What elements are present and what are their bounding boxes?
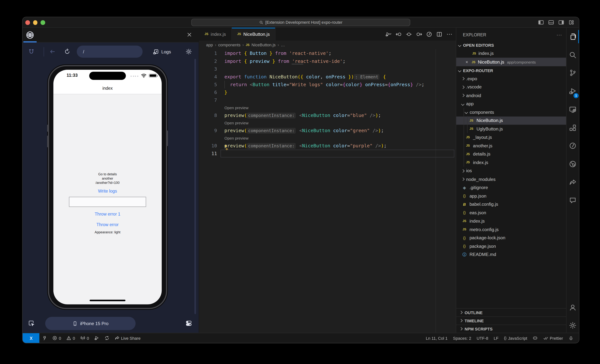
breadcrumb-item[interactable]: NiceButton.js: [252, 42, 276, 47]
tree-item-app-json[interactable]: {}app.json: [456, 192, 566, 200]
more-actions-icon[interactable]: ···: [557, 32, 562, 37]
another-id-link[interactable]: /another?id=100: [95, 181, 120, 185]
history-icon[interactable]: [426, 31, 432, 37]
activity-source-control-icon[interactable]: [566, 65, 579, 81]
tree-item-package-json[interactable]: {}package.json: [456, 242, 566, 250]
another-link[interactable]: another: [102, 177, 113, 181]
status-cursor-position[interactable]: Ln 11, Col 1: [426, 336, 448, 340]
tree-item-metro-config-js[interactable]: JSmetro.config.js: [456, 225, 566, 233]
tree-item-uglybutton-js[interactable]: JSUglyButton.js: [456, 125, 566, 133]
appearance-toggles-icon[interactable]: [186, 320, 192, 327]
activity-settings-icon[interactable]: [566, 318, 579, 333]
status-encoding[interactable]: UTF-8: [477, 336, 488, 340]
section-outline[interactable]: OUTLINE: [456, 308, 566, 316]
activity-account-icon[interactable]: [566, 300, 579, 315]
open-editor-item[interactable]: JSindex.js: [456, 49, 566, 58]
tab-radon-ide[interactable]: [23, 28, 37, 42]
step-back-icon[interactable]: [395, 31, 402, 37]
breadcrumb-item[interactable]: components: [218, 42, 241, 47]
run-dropdown-icon[interactable]: [385, 31, 392, 37]
tree-item-nicebutton-js[interactable]: JSNiceButton.js: [456, 116, 566, 125]
tree-item--gitignore[interactable]: ◆.gitignore: [456, 183, 566, 192]
open-preview-codelens[interactable]: Open preview: [225, 119, 248, 127]
logs-button[interactable]: Logs: [153, 46, 171, 58]
throw-error-button[interactable]: Throw error: [96, 222, 119, 227]
tree-item--vscode[interactable]: .vscode: [456, 83, 566, 91]
panel-left-icon[interactable]: [538, 19, 544, 25]
zoom-window-button[interactable]: [41, 20, 45, 25]
back-icon[interactable]: [49, 48, 56, 55]
activity-references-icon[interactable]: [566, 156, 579, 172]
tree-item-readme-md[interactable]: iREADME.md: [456, 250, 566, 259]
command-center[interactable]: [Extension Development Host] expo-router: [191, 19, 410, 26]
status-warnings[interactable]: 0: [66, 336, 75, 340]
status-sync[interactable]: [104, 336, 109, 340]
tree-item-index-js[interactable]: JSindex.js: [456, 217, 566, 225]
activity-run-debug-icon[interactable]: 1: [566, 84, 579, 99]
status-language-mode[interactable]: {}JavaScript: [504, 336, 527, 340]
code-editor[interactable]: 1import { Button } from 'react-native';2…: [199, 49, 456, 333]
close-window-button[interactable]: [25, 20, 30, 25]
throw-error-1-button[interactable]: Throw error 1: [95, 212, 121, 216]
tree-item--layout-js[interactable]: JS_layout.js: [456, 133, 566, 141]
status-debug-status[interactable]: [94, 336, 99, 340]
panel-scrollbar[interactable]: [194, 59, 196, 314]
tree-item--expo[interactable]: .expo: [456, 75, 566, 83]
step-forward-icon[interactable]: [416, 31, 422, 37]
status-indentation[interactable]: Spaces: 2: [453, 336, 471, 340]
settings-gear-icon[interactable]: [186, 48, 192, 55]
close-panel-icon[interactable]: [186, 31, 193, 38]
remote-indicator-button[interactable]: [23, 333, 39, 343]
step-dot-icon[interactable]: [406, 31, 412, 37]
status-errors[interactable]: 0: [52, 336, 61, 340]
tree-item-babel-config-js[interactable]: Bbabel.config.js: [456, 200, 566, 208]
tree-item-node-modules[interactable]: node_modules: [456, 175, 566, 183]
activity-device-preview-icon[interactable]: [566, 102, 579, 117]
status-ports[interactable]: [42, 336, 47, 340]
inspect-element-icon[interactable]: [28, 48, 35, 55]
open-editors-section-header[interactable]: OPEN EDITORS: [456, 41, 566, 49]
breadcrumb-item[interactable]: …: [281, 42, 285, 47]
status-copilot[interactable]: [533, 336, 538, 340]
tree-item-details-js[interactable]: JSdetails.js: [456, 150, 566, 158]
inspect-cursor-icon[interactable]: [28, 320, 35, 327]
activity-share-icon[interactable]: [566, 174, 579, 190]
phone-text-input[interactable]: [69, 197, 146, 207]
activity-explorer-icon[interactable]: [566, 29, 579, 45]
iphone-screen[interactable]: 11:33 index Go to details another: [53, 70, 162, 304]
close-editor-icon[interactable]: ×: [466, 60, 468, 64]
status-notifications[interactable]: [569, 336, 573, 340]
activity-extensions-icon[interactable]: [566, 120, 579, 135]
status-formatter[interactable]: Prettier: [543, 336, 563, 340]
tree-item-eas-json[interactable]: {}eas.json: [456, 208, 566, 217]
panel-right-icon[interactable]: [558, 19, 564, 25]
activity-history-icon[interactable]: [566, 138, 579, 154]
more-icon[interactable]: [446, 31, 453, 37]
tree-item-ios[interactable]: ios: [456, 167, 566, 175]
tab-nicebutton-js[interactable]: JS NiceButton.js: [232, 28, 276, 40]
status-live-share[interactable]: Live Share: [114, 336, 141, 340]
open-preview-codelens[interactable]: Open preview: [225, 134, 248, 142]
write-logs-button[interactable]: Write logs: [98, 189, 117, 193]
minimize-window-button[interactable]: [33, 20, 38, 25]
open-preview-codelens[interactable]: Open preview: [225, 104, 248, 111]
tree-item-components[interactable]: components: [456, 108, 566, 116]
tree-item-app[interactable]: app: [456, 100, 566, 108]
status-broadcast[interactable]: 0: [80, 336, 89, 340]
tree-item-index-js[interactable]: JSindex.js: [456, 158, 566, 167]
open-editor-item[interactable]: ×JSNiceButton.jsapp/components: [456, 58, 566, 66]
section-timeline[interactable]: TIMELINE: [456, 316, 566, 325]
tree-item-package-lock-json[interactable]: {}package-lock.json: [456, 234, 566, 242]
breadcrumb-item[interactable]: app: [206, 42, 213, 47]
activity-comments-icon[interactable]: [566, 193, 579, 208]
url-bar[interactable]: /: [77, 46, 142, 58]
project-section-header[interactable]: EXPO-ROUTER: [456, 67, 566, 75]
panel-bottom-icon[interactable]: [548, 19, 554, 25]
device-selector-button[interactable]: iPhone 15 Pro: [45, 317, 136, 330]
layout-grid-icon[interactable]: [569, 19, 574, 25]
tab-index-js[interactable]: JS index.js: [199, 28, 232, 40]
activity-search-icon[interactable]: [566, 47, 579, 63]
split-editor-icon[interactable]: [436, 31, 443, 37]
tree-item-android[interactable]: android: [456, 91, 566, 100]
go-to-details-link[interactable]: Go to details: [98, 172, 117, 177]
